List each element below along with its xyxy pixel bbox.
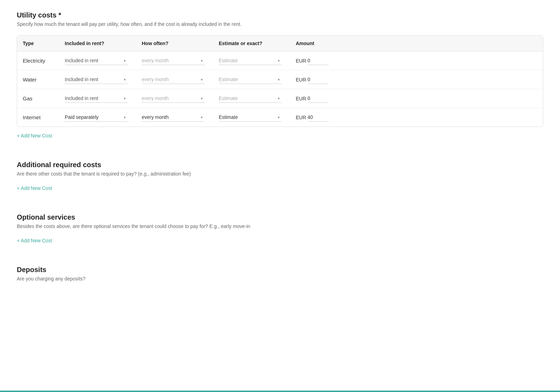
deposits-section: Deposits Are you charging any deposits?: [17, 266, 543, 281]
table-header-row: Type Included in rent? How often? Estima…: [17, 36, 543, 51]
included-in-rent-cell: Included in rentPaid separately: [59, 51, 136, 70]
included-in-rent-cell: Included in rentPaid separately: [59, 70, 136, 89]
additional-add-cost-link[interactable]: + Add New Cost: [17, 185, 52, 191]
header-type: Type: [17, 36, 59, 51]
estimate-or-exact-wrapper: EstimateExact: [219, 56, 282, 65]
how-often-wrapper: every monthevery quarterevery year: [142, 113, 205, 122]
amount-cell: EUR: [290, 108, 543, 127]
header-how-often: How often?: [136, 36, 213, 51]
estimate-or-exact-cell: EstimateExact: [213, 70, 290, 89]
included-in-rent-select[interactable]: Included in rentPaid separately: [65, 56, 128, 65]
type-cell: Gas: [17, 89, 59, 108]
included-in-rent-wrapper: Included in rentPaid separately: [65, 75, 128, 84]
amount-input-wrapper: EUR: [296, 75, 537, 84]
estimate-or-exact-select[interactable]: EstimateExact: [219, 56, 282, 65]
estimate-or-exact-cell: EstimateExact: [213, 108, 290, 127]
how-often-select[interactable]: every monthevery quarterevery year: [142, 56, 205, 65]
estimate-or-exact-select[interactable]: EstimateExact: [219, 94, 282, 103]
header-included-in-rent: Included in rent?: [59, 36, 136, 51]
utility-costs-table: Type Included in rent? How often? Estima…: [17, 35, 543, 127]
included-in-rent-select[interactable]: Included in rentPaid separately: [65, 75, 128, 84]
estimate-or-exact-select[interactable]: EstimateExact: [219, 75, 282, 84]
included-in-rent-wrapper: Included in rentPaid separately: [65, 56, 128, 65]
amount-input[interactable]: [308, 94, 329, 103]
amount-cell: EUR: [290, 89, 543, 108]
how-often-cell: every monthevery quarterevery year: [136, 89, 213, 108]
estimate-or-exact-wrapper: EstimateExact: [219, 94, 282, 103]
optional-services-title: Optional services: [17, 213, 543, 221]
how-often-wrapper: every monthevery quarterevery year: [142, 75, 205, 84]
included-in-rent-select[interactable]: Included in rentPaid separately: [65, 113, 128, 122]
table-row: ElectricityIncluded in rentPaid separate…: [17, 51, 543, 70]
additional-costs-section: Additional required costs Are there othe…: [17, 161, 543, 202]
currency-label: EUR: [296, 58, 306, 64]
how-often-select[interactable]: every monthevery quarterevery year: [142, 94, 205, 103]
amount-cell: EUR: [290, 51, 543, 70]
estimate-or-exact-wrapper: EstimateExact: [219, 113, 282, 122]
how-often-select[interactable]: every monthevery quarterevery year: [142, 75, 205, 84]
utility-add-cost-link[interactable]: + Add New Cost: [17, 133, 52, 138]
deposits-description: Are you charging any deposits?: [17, 276, 543, 281]
how-often-wrapper: every monthevery quarterevery year: [142, 56, 205, 65]
how-often-wrapper: every monthevery quarterevery year: [142, 94, 205, 103]
included-in-rent-wrapper: Included in rentPaid separately: [65, 94, 128, 103]
how-often-cell: every monthevery quarterevery year: [136, 70, 213, 89]
optional-add-cost-link[interactable]: + Add New Cost: [17, 238, 52, 243]
included-in-rent-select[interactable]: Included in rentPaid separately: [65, 94, 128, 103]
type-cell: Electricity: [17, 51, 59, 70]
table-row: InternetIncluded in rentPaid separatelye…: [17, 108, 543, 127]
estimate-or-exact-select[interactable]: EstimateExact: [219, 113, 282, 122]
additional-costs-title: Additional required costs: [17, 161, 543, 169]
utility-costs-title: Utility costs *: [17, 11, 543, 19]
currency-label: EUR: [296, 96, 306, 101]
currency-label: EUR: [296, 77, 306, 83]
optional-services-description: Besides the costs above, are there optio…: [17, 223, 543, 229]
header-estimate-or-exact: Estimate or exact?: [213, 36, 290, 51]
amount-input[interactable]: [308, 113, 329, 122]
deposits-title: Deposits: [17, 266, 543, 274]
how-often-cell: every monthevery quarterevery year: [136, 108, 213, 127]
how-often-select[interactable]: every monthevery quarterevery year: [142, 113, 205, 122]
utility-costs-description: Specify how much the tenant will pay per…: [17, 21, 543, 27]
optional-services-section: Optional services Besides the costs abov…: [17, 213, 543, 255]
amount-input-wrapper: EUR: [296, 113, 537, 122]
amount-cell: EUR: [290, 70, 543, 89]
included-in-rent-wrapper: Included in rentPaid separately: [65, 113, 128, 122]
utility-costs-section: Utility costs * Specify how much the ten…: [17, 11, 543, 150]
amount-input-wrapper: EUR: [296, 94, 537, 103]
amount-input[interactable]: [308, 56, 329, 65]
estimate-or-exact-cell: EstimateExact: [213, 89, 290, 108]
table-row: WaterIncluded in rentPaid separatelyever…: [17, 70, 543, 89]
included-in-rent-cell: Included in rentPaid separately: [59, 108, 136, 127]
amount-input[interactable]: [308, 75, 329, 84]
additional-costs-description: Are there other costs that the tenant is…: [17, 171, 543, 177]
header-amount: Amount: [290, 36, 543, 51]
currency-label: EUR: [296, 115, 306, 120]
included-in-rent-cell: Included in rentPaid separately: [59, 89, 136, 108]
estimate-or-exact-wrapper: EstimateExact: [219, 75, 282, 84]
type-cell: Water: [17, 70, 59, 89]
estimate-or-exact-cell: EstimateExact: [213, 51, 290, 70]
amount-input-wrapper: EUR: [296, 56, 537, 65]
type-cell: Internet: [17, 108, 59, 127]
table-row: GasIncluded in rentPaid separatelyevery …: [17, 89, 543, 108]
how-often-cell: every monthevery quarterevery year: [136, 51, 213, 70]
